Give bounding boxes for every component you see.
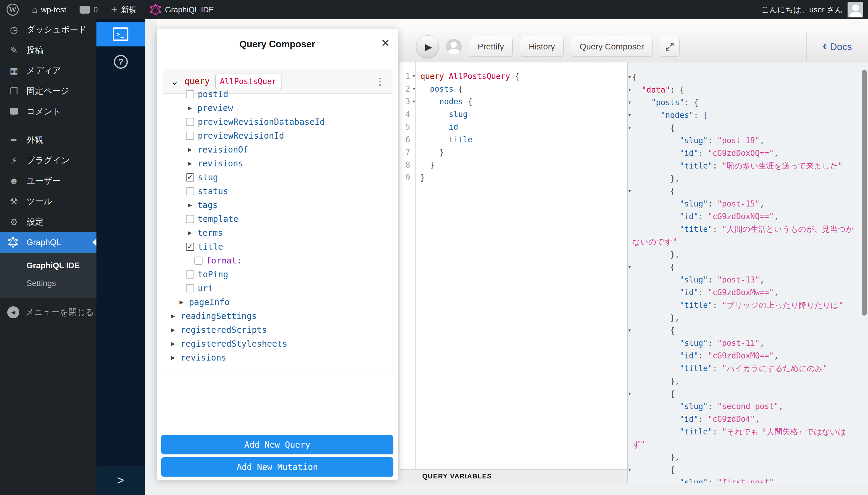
- fold-arrow-icon[interactable]: ▼: [413, 95, 415, 108]
- docs-label: Docs: [830, 41, 852, 52]
- kebab-menu-icon[interactable]: ⋮: [375, 76, 385, 87]
- checkbox[interactable]: [186, 215, 194, 223]
- checkbox[interactable]: [186, 187, 194, 195]
- tree-field-revisions[interactable]: ▶revisions: [163, 351, 392, 364]
- tree-field-format[interactable]: format:: [163, 254, 392, 268]
- sidebar-item-dashboard[interactable]: ◷ダッシュボード: [0, 19, 97, 40]
- expand-arrow-icon[interactable]: ▶: [186, 105, 194, 111]
- expand-arrow-icon[interactable]: ▶: [169, 327, 177, 333]
- tree-field-terms[interactable]: ▶terms: [163, 226, 392, 240]
- expand-arrow-icon[interactable]: ▶: [177, 299, 185, 305]
- toolbar-avatar[interactable]: [446, 39, 462, 54]
- checkbox[interactable]: [186, 118, 194, 126]
- submenu-item-settings[interactable]: Settings: [0, 275, 97, 292]
- sidebar-item-appearance[interactable]: ✒外観: [0, 130, 97, 150]
- tree-field-revisions[interactable]: ▶revisions: [163, 156, 392, 170]
- tree-field-status[interactable]: status: [163, 184, 392, 198]
- sidebar-item-settings[interactable]: ⚙設定: [0, 211, 97, 232]
- site-name-menu[interactable]: ⌂ wp-test: [25, 0, 73, 19]
- prettify-button[interactable]: Prettify: [469, 37, 513, 57]
- history-button[interactable]: History: [520, 37, 563, 57]
- sidebar-item-tools[interactable]: ⚒ツール: [0, 191, 97, 211]
- expand-arrow-icon[interactable]: ▶: [186, 147, 194, 153]
- tree-field-slug[interactable]: ✓slug: [163, 170, 392, 184]
- fold-arrow-icon[interactable]: ▼: [628, 324, 631, 337]
- query-variables-bar[interactable]: QUERY VARIABLES: [400, 469, 627, 483]
- code-line: query AllPostsQuery {: [420, 70, 627, 83]
- fold-arrow-icon[interactable]: ▼: [628, 109, 631, 121]
- expand-arrow-icon[interactable]: ▶: [169, 355, 177, 361]
- expand-arrow-icon[interactable]: ▶: [169, 341, 177, 347]
- tree-field-title[interactable]: ✓title: [163, 240, 392, 254]
- rail-expand-button[interactable]: >: [97, 466, 145, 495]
- fold-arrow-icon[interactable]: ▼: [628, 463, 631, 476]
- help-icon[interactable]: ?: [114, 55, 128, 69]
- result-line: "slug": "post-15",: [632, 198, 868, 210]
- sidebar-item-graphql[interactable]: GraphQL: [0, 232, 97, 253]
- tree-field-previewRevisionId[interactable]: previewRevisionId: [163, 129, 392, 142]
- sidebar-item-users[interactable]: ☻ユーザー: [0, 171, 97, 191]
- add-new-mutation-button[interactable]: Add New Mutation: [161, 457, 393, 477]
- tree-field-pageInfo[interactable]: ▶pageInfo: [163, 295, 392, 309]
- checkbox-checked[interactable]: ✓: [186, 243, 194, 251]
- checkbox-checked[interactable]: ✓: [186, 173, 194, 182]
- sidebar-item-label: プラグイン: [27, 155, 70, 166]
- fold-arrow-icon[interactable]: ▼: [413, 70, 415, 83]
- add-new-query-button[interactable]: Add New Query: [161, 435, 393, 454]
- result-line: ▼ {: [632, 185, 868, 198]
- tree-field-preview[interactable]: ▶preview: [163, 101, 392, 115]
- fold-arrow-icon[interactable]: ▼: [413, 83, 415, 95]
- tree-field-registeredStylesheets[interactable]: ▶registeredStylesheets: [163, 337, 392, 351]
- sidebar-item-pages[interactable]: ❐固定ページ: [0, 81, 97, 101]
- tree-field-template[interactable]: template: [163, 212, 392, 226]
- execute-query-button[interactable]: ▶: [416, 35, 439, 58]
- sidebar-item-comments[interactable]: コメント: [0, 101, 97, 122]
- query-composer-button[interactable]: Query Composer: [571, 37, 653, 57]
- fold-arrow-icon[interactable]: ▼: [628, 261, 631, 273]
- fold-arrow-icon[interactable]: ▼: [628, 96, 631, 109]
- tree-field-toPing[interactable]: toPing: [163, 268, 392, 281]
- code-line: posts {: [420, 83, 627, 95]
- sidebar-item-media[interactable]: ▦メディア: [0, 60, 97, 81]
- terminal-tab-button[interactable]: >_: [97, 22, 145, 47]
- chevron-down-icon[interactable]: ⌄: [170, 79, 179, 84]
- sidebar-item-plugins[interactable]: ⚡プラグイン: [0, 150, 97, 171]
- collapse-menu-button[interactable]: ◀ メニューを閉じる: [0, 298, 97, 318]
- tree-field-previewRevisionDatabaseId[interactable]: previewRevisionDatabaseId: [163, 115, 392, 129]
- checkbox[interactable]: [186, 270, 194, 278]
- fullscreen-button[interactable]: [660, 37, 680, 57]
- new-content-menu[interactable]: + 新規: [104, 0, 143, 19]
- fold-arrow-icon[interactable]: ▼: [628, 71, 631, 84]
- user-greeting[interactable]: こんにちは、user さん: [761, 4, 843, 15]
- fold-arrow-icon[interactable]: ▼: [628, 387, 631, 400]
- query-editor[interactable]: 1▼2▼3▼456789 query AllPostsQuery { posts…: [400, 63, 627, 469]
- user-avatar[interactable]: [848, 2, 863, 17]
- tree-field-uri[interactable]: uri: [163, 281, 392, 295]
- expand-arrow-icon[interactable]: ▶: [186, 160, 194, 167]
- query-name-input[interactable]: AllPostsQuer: [215, 73, 282, 89]
- comments-menu[interactable]: 0: [73, 0, 104, 19]
- close-icon[interactable]: ✕: [381, 38, 390, 49]
- tree-field-revisionOf[interactable]: ▶revisionOf: [163, 142, 392, 156]
- wp-logo-menu[interactable]: W: [0, 0, 25, 19]
- checkbox[interactable]: [186, 90, 194, 98]
- checkbox[interactable]: [194, 257, 203, 265]
- editor-code[interactable]: query AllPostsQuery { posts { nodes { sl…: [416, 63, 627, 469]
- expand-arrow-icon[interactable]: ▶: [186, 202, 194, 208]
- tree-field-readingSettings[interactable]: ▶readingSettings: [163, 309, 392, 323]
- fold-arrow-icon[interactable]: ▼: [628, 185, 631, 198]
- tree-field-registeredScripts[interactable]: ▶registeredScripts: [163, 323, 392, 337]
- tree-field-postId[interactable]: postId: [163, 87, 392, 101]
- tree-field-tags[interactable]: ▶tags: [163, 198, 392, 212]
- checkbox[interactable]: [186, 284, 194, 292]
- submenu-item-graphiql-ide[interactable]: GraphiQL IDE: [0, 257, 97, 275]
- fold-arrow-icon[interactable]: ▼: [628, 121, 631, 134]
- sidebar-item-posts[interactable]: ✎投稿: [0, 40, 97, 60]
- docs-tab-button[interactable]: ‹ Docs: [806, 32, 868, 62]
- results-scrollbar[interactable]: [862, 70, 867, 315]
- checkbox[interactable]: [186, 132, 194, 140]
- expand-arrow-icon[interactable]: ▶: [169, 313, 177, 319]
- fold-arrow-icon[interactable]: ▼: [628, 84, 631, 96]
- graphiql-ide-menu[interactable]: GraphiQL IDE: [143, 0, 220, 19]
- expand-arrow-icon[interactable]: ▶: [186, 230, 194, 236]
